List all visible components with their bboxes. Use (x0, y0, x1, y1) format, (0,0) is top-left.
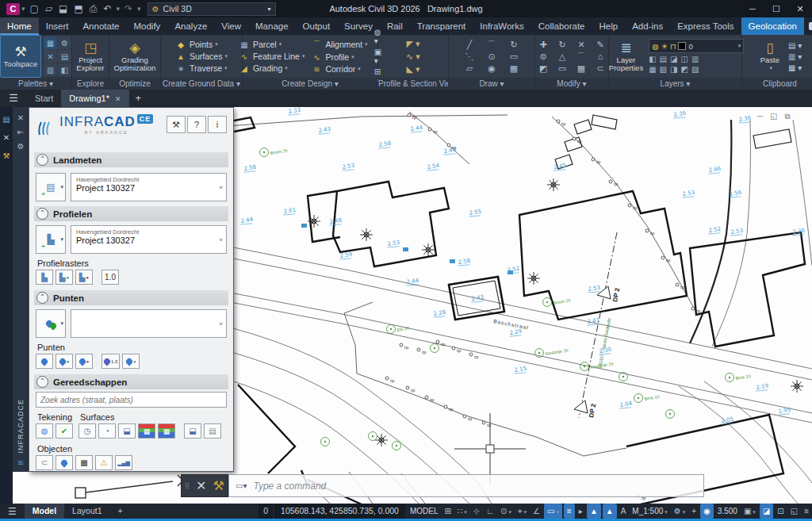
ribbon-tab-home[interactable]: Home (0, 17, 39, 35)
ribbon-tab-view[interactable]: View (214, 17, 248, 35)
surfaces-button-5[interactable]: ⬓ (184, 423, 201, 439)
draw-tool-icon-3[interactable]: ⋱ (461, 52, 478, 62)
layer-tool-icon-0[interactable]: ◧ (649, 55, 656, 63)
maximize-button[interactable]: ☐ (764, 0, 788, 17)
modify-tool-icon-0[interactable]: ✚ (536, 40, 550, 50)
panel-caption[interactable]: Profile & Section Views (378, 78, 448, 90)
surfaces-button[interactable]: ▲Surfaces▾ (175, 52, 228, 61)
command-wrench-icon[interactable]: ⚒ (213, 478, 224, 493)
viewport-icon[interactable]: ◱ (787, 504, 801, 519)
panel-caption[interactable]: Clipboard (742, 78, 812, 90)
parcel-button[interactable]: ▦Parcel▾ (239, 40, 304, 49)
clipboard-tool-icon-0[interactable]: ▤ ▾ (788, 41, 802, 50)
surfaces-button-3[interactable]: ▦ (138, 423, 155, 439)
landmeten-import-button[interactable]: ▤ ＋ ▾ (36, 173, 66, 201)
palette-autohide-icon[interactable]: ⇤ (17, 125, 24, 140)
layer-tool-icon-1[interactable]: ▧ (660, 65, 667, 74)
panel-caption[interactable]: Modify ▾ (535, 78, 608, 90)
collapse-icon[interactable]: ⌃ (36, 154, 48, 166)
profile-button[interactable]: ∿Profile▾ (311, 52, 367, 62)
new-file-icon[interactable]: ▢ (30, 0, 39, 17)
collapse-icon[interactable]: ⌃ (36, 208, 48, 220)
layer-tool-icon-2[interactable]: ◪ (670, 55, 677, 63)
punten-button-1[interactable]: ● (56, 354, 73, 369)
surfaces-button-2[interactable]: ⬓ (118, 423, 136, 439)
layer-properties-button[interactable]: ≣ LayerProperties (607, 36, 645, 77)
punten-button-3[interactable]: 1.0 (102, 354, 120, 369)
modify-tool-icon-2[interactable]: ✕ (574, 40, 588, 50)
clipboard-tool-icon-1[interactable]: ▥ ▾ (788, 52, 802, 61)
new-drawing-tab-button[interactable]: + (129, 90, 148, 107)
tekening-button-1[interactable]: ✔ (56, 423, 73, 439)
transparency-icon[interactable]: ▸ (576, 504, 586, 519)
draw-tool-icon-5[interactable]: ▭ (505, 52, 523, 62)
file-tabs-menu-icon[interactable]: ☰ (0, 90, 27, 107)
ribbon-tab-transparent[interactable]: Transparent (410, 17, 473, 35)
objecten-button-2[interactable]: ▩ (75, 455, 93, 470)
ribbon-tab-collaborate[interactable]: Collaborate (531, 17, 592, 35)
profielen-project-dropdown[interactable]: Havengebied Dordrecht Project 130327 ˅ (71, 225, 227, 254)
grid-icon[interactable]: ⊞ (442, 504, 454, 519)
clean-screen-icon[interactable]: ⊡ (774, 504, 787, 519)
help-button[interactable]: ? (187, 116, 206, 133)
profile-section-view-icon-1[interactable]: ∿ ▾ (406, 52, 420, 62)
tekening-button-0[interactable]: ◍ (36, 423, 53, 439)
minimize-button[interactable]: ─ (741, 0, 764, 17)
paste-button[interactable]: ▯ Paste ▾ (758, 36, 782, 77)
tab-start[interactable]: Start (27, 90, 61, 107)
traverse-button[interactable]: ∗Traverse▾ (175, 63, 228, 73)
punten-dropdown[interactable]: ˅ (71, 309, 227, 338)
collapse-icon[interactable]: ⌃ (36, 376, 48, 388)
tool-palettes-icon[interactable]: ✕ (3, 133, 10, 142)
plot-icon[interactable]: ⎙ (90, 0, 98, 17)
annotation-autoscale-icon[interactable]: ▲ (603, 504, 617, 519)
workspace-switch-icon[interactable]: ⚙▾ (671, 504, 688, 519)
surfaces-button-0[interactable]: ◷ (79, 423, 96, 439)
ribbon-tab-help[interactable]: Help (592, 17, 626, 35)
panel-caption[interactable]: Draw ▾ (449, 78, 534, 90)
new-layout-button[interactable]: + (109, 504, 130, 519)
modify-tool-icon-4[interactable]: ⊜ (536, 52, 550, 62)
objecten-button-1[interactable] (56, 455, 73, 470)
app-logo[interactable]: C (6, 3, 20, 15)
model-space-toggle[interactable]: MODEL (407, 504, 442, 519)
modify-tool-icon-5[interactable]: △ (555, 52, 569, 62)
info-button[interactable]: i (208, 116, 227, 133)
layer-tool-icon-0[interactable]: ▦ (649, 65, 656, 74)
palette-properties-icon[interactable]: ⚙ (17, 140, 25, 154)
collapse-icon[interactable]: ⌃ (36, 292, 48, 304)
settings-button[interactable]: ⚒ (167, 116, 186, 133)
surfaces-button-6[interactable]: ▤ (204, 423, 221, 439)
draw-tool-icon-8[interactable]: ▦ (505, 63, 523, 74)
workspace-selector[interactable]: ⚙ Civil 3D ▾ (147, 2, 276, 16)
grading-button[interactable]: ◢Grading▾ (239, 63, 304, 73)
close-button[interactable]: ✕ (788, 0, 812, 17)
sheet-set-icon[interactable]: ▤ (2, 115, 10, 124)
section-landmeten[interactable]: ⌃ Landmeten (34, 152, 228, 167)
profielen-import-button[interactable]: ▙ ＋ ▾ (36, 225, 66, 254)
objecten-button-0[interactable]: ⊂ (36, 455, 53, 470)
polar-icon[interactable]: ⊙▾ (497, 504, 515, 519)
drag-grip-icon[interactable]: ⣿ (185, 482, 190, 489)
open-file-icon[interactable]: ▱ (45, 0, 52, 17)
palette-title-bar[interactable]: ✕ ⇤ ⚙ INFRACADCE ≋ (13, 107, 29, 472)
modify-tool-icon-7[interactable]: ⌂ (593, 52, 607, 62)
panel-caption[interactable]: Create Ground Data ▾ (161, 78, 242, 90)
feature-line-button[interactable]: ∿Feature Line▾ (239, 52, 304, 61)
palette-tool-icon-3[interactable]: ▤ (58, 50, 71, 63)
tracking-icon[interactable]: ⊹ (470, 504, 483, 519)
layer-dropdown[interactable]: ◍ ☀ ⊓ 0 ▾ (649, 39, 744, 53)
clipboard-tool-icon-2[interactable]: ▦ ▾ (788, 63, 802, 72)
customization-icon[interactable]: ≡ (801, 504, 812, 519)
app-menu-arrow-icon[interactable]: ▾ (21, 0, 25, 17)
annotation-icon[interactable]: A (618, 504, 630, 519)
section-profielen[interactable]: ⌃ Profielen (34, 206, 228, 221)
annotation-visibility-icon[interactable]: ▲ (587, 504, 601, 519)
modify-tool-icon-9[interactable]: ▭ (555, 63, 569, 74)
punten-button-0[interactable] (36, 354, 53, 369)
alignment-button[interactable]: ⌒Alignment▾ (311, 39, 367, 50)
isolate-icon[interactable]: ▣▾ (741, 504, 759, 519)
viewport-cascade-icon[interactable]: ⧉ (785, 112, 791, 121)
ribbon-tab-annotate[interactable]: Annotate (75, 17, 126, 35)
section-gereedschappen[interactable]: ⌃ Gereedschappen (34, 374, 228, 389)
